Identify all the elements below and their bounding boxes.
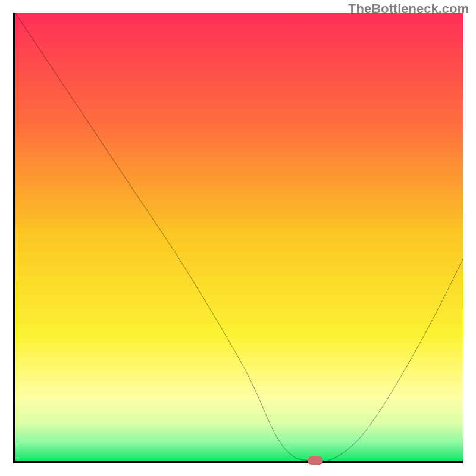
chart-container: TheBottleneck.com bbox=[0, 0, 476, 476]
watermark-label: TheBottleneck.com bbox=[348, 1, 469, 17]
plot-area bbox=[13, 13, 463, 463]
bottleneck-curve bbox=[15, 13, 463, 461]
optimal-marker bbox=[308, 456, 323, 465]
